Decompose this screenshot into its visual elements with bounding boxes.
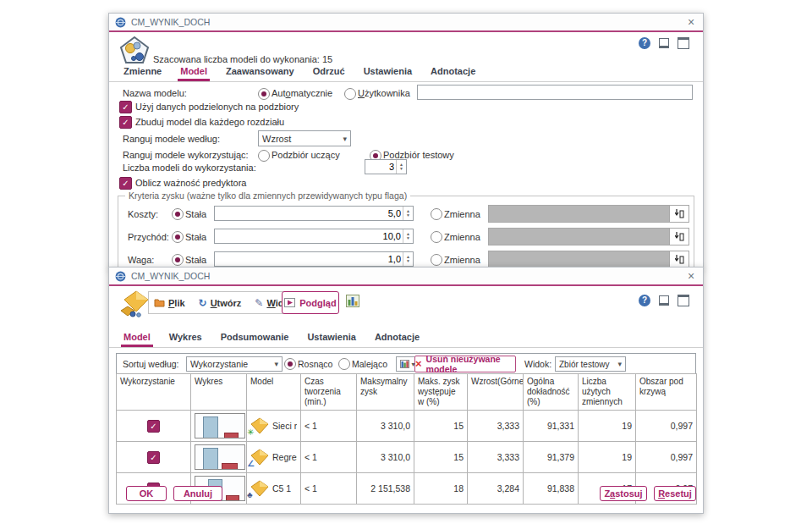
radio-revenue-variable[interactable]: [431, 231, 442, 243]
checkbox-build-per-split-label[interactable]: Zbuduj model dla każdego rozdziału: [135, 117, 284, 127]
radio-revenue-fixed-label[interactable]: Stała: [185, 232, 206, 242]
radio-automatic-label[interactable]: Automatycznie: [272, 88, 332, 98]
col-header-liczba-zmiennych[interactable]: Liczba użytych zmiennych: [579, 374, 636, 411]
tab-wykres[interactable]: Wykres: [168, 332, 203, 342]
tab-adnotacje[interactable]: Adnotacje: [374, 332, 420, 342]
apply-button[interactable]: Zastosuj: [600, 486, 647, 501]
checkbox-use-partitioned[interactable]: ✓: [119, 101, 132, 113]
gains-thumbnail-chart[interactable]: [195, 413, 245, 439]
minimize-icon[interactable]: [659, 295, 669, 306]
titlebar[interactable]: CM_WYNIK_DOCH ×: [109, 268, 703, 286]
field-picker-icon[interactable]: [669, 229, 689, 245]
use-model-checkbox[interactable]: ✓: [147, 420, 160, 433]
costs-field-select[interactable]: [488, 205, 689, 223]
cell-max-profit: 3 310,0: [357, 442, 414, 473]
close-icon[interactable]: ×: [683, 270, 700, 282]
cancel-button[interactable]: Anuluj: [173, 486, 222, 501]
maximize-icon[interactable]: [678, 37, 689, 49]
tab-odrzuc[interactable]: Odrzuć: [312, 66, 346, 76]
col-header-wykres[interactable]: Wykres: [191, 374, 247, 411]
spinner-arrows[interactable]: ▲▼: [403, 252, 413, 266]
use-model-checkbox[interactable]: ✓: [147, 451, 160, 464]
model-name[interactable]: C5 1: [272, 483, 291, 494]
weight-stepper[interactable]: ▲▼: [214, 251, 414, 267]
radio-weight-fixed-label[interactable]: Stała: [185, 255, 206, 265]
model-name[interactable]: Sieci ne...: [272, 421, 297, 431]
cell-max-profit: 2 151,538: [357, 473, 414, 505]
file-menu-button[interactable]: Plik: [154, 298, 185, 308]
rank-by-dropdown[interactable]: Wzrost ▾: [258, 130, 351, 146]
gains-thumbnail-chart[interactable]: [195, 444, 245, 470]
ok-button[interactable]: OK: [126, 486, 167, 501]
minimize-icon[interactable]: [659, 38, 669, 48]
radio-descending[interactable]: [338, 358, 350, 370]
col-header-model[interactable]: Model: [247, 374, 301, 411]
col-header-wykorzystanie[interactable]: Wykorzystanie: [117, 374, 191, 411]
radio-costs-fixed[interactable]: [172, 208, 184, 220]
delete-unused-models-button[interactable]: × Usuń nieużywane modele: [414, 356, 516, 372]
col-header-obszar-pod-krzywa[interactable]: Obszar pod krzywą: [636, 374, 697, 411]
radio-ascending[interactable]: [284, 358, 296, 370]
col-header-wzrost[interactable]: Wzrost(Górne 3...: [468, 374, 524, 411]
radio-ascending-label[interactable]: Rosnąco: [298, 359, 332, 369]
radio-weight-fixed[interactable]: [172, 254, 184, 266]
radio-weight-variable-label[interactable]: Zmienna: [444, 255, 480, 265]
tab-podsumowanie[interactable]: Podsumowanie: [220, 332, 290, 342]
radio-revenue-fixed[interactable]: [172, 231, 184, 243]
tab-model[interactable]: Model: [179, 66, 208, 76]
reset-button[interactable]: Resetuj: [654, 486, 696, 501]
titlebar[interactable]: CM_WYNIK_DOCH ×: [109, 14, 703, 32]
radio-costs-variable[interactable]: [431, 208, 442, 220]
radio-revenue-variable-label[interactable]: Zmienna: [444, 232, 480, 242]
help-icon[interactable]: ?: [639, 37, 650, 49]
tab-model[interactable]: Model: [123, 332, 151, 342]
view-mode-dropdown[interactable]: Zbiór testowy ▾: [555, 356, 626, 372]
num-models-input[interactable]: [365, 162, 396, 172]
maximize-icon[interactable]: [678, 295, 689, 306]
field-picker-icon[interactable]: [669, 206, 689, 222]
tab-ustawienia[interactable]: Ustawienia: [363, 66, 413, 76]
radio-costs-fixed-label[interactable]: Stała: [185, 209, 206, 219]
checkbox-use-partitioned-label[interactable]: Użyj danych podzielonych na podzbiory: [135, 102, 299, 112]
preview-button[interactable]: Podgląd: [282, 291, 339, 314]
radio-descending-label[interactable]: Malejąco: [352, 359, 387, 369]
custom-name-input[interactable]: [417, 85, 693, 100]
spinner-arrows[interactable]: ▲▼: [403, 229, 413, 243]
spinner-arrows[interactable]: ▲▼: [396, 160, 406, 174]
revenue-input[interactable]: [215, 231, 403, 241]
col-header-maksymalny-zysk[interactable]: Maksymalny zysk: [357, 374, 414, 411]
revenue-stepper[interactable]: ▲▼: [214, 229, 414, 244]
col-header-czas-tworzenia[interactable]: Czas tworzenia (min.): [301, 374, 357, 411]
tab-adnotacje[interactable]: Adnotacje: [430, 66, 476, 76]
generate-menu-button[interactable]: ↻ Utwórz: [199, 298, 242, 308]
col-header-ogolna-dokladnosc[interactable]: Ogólna dokładność (%): [524, 374, 579, 411]
radio-custom-name-label[interactable]: Użytkownika: [358, 88, 410, 98]
chart-thumbnail-icon[interactable]: [346, 295, 359, 307]
radio-custom-name[interactable]: [344, 88, 356, 100]
tab-zmienne[interactable]: Zmienne: [123, 66, 162, 76]
radio-automatic[interactable]: [258, 88, 270, 100]
radio-training-partition[interactable]: [258, 150, 270, 162]
sort-by-dropdown[interactable]: Wykorzystanie ▾: [186, 356, 283, 372]
revenue-field-select[interactable]: [488, 228, 689, 245]
num-models-stepper[interactable]: ▲▼: [365, 159, 407, 174]
tab-zaawansowany[interactable]: Zaawansowany: [225, 66, 295, 76]
app-icon: [115, 17, 126, 28]
close-icon[interactable]: ×: [683, 16, 700, 28]
radio-training-partition-label[interactable]: Podzbiór uczący: [272, 150, 340, 160]
costs-stepper[interactable]: ▲▼: [214, 206, 414, 221]
col-header-maks-zysk-pct[interactable]: Maks. zysk występuje w (%): [414, 374, 468, 411]
checkbox-build-per-split[interactable]: ✓: [119, 116, 132, 129]
radio-costs-variable-label[interactable]: Zmienna: [444, 209, 480, 219]
tab-ustawienia[interactable]: Ustawienia: [306, 332, 356, 342]
weight-input[interactable]: [215, 254, 403, 264]
checkbox-calc-importance[interactable]: ✓: [119, 177, 132, 190]
field-picker-icon[interactable]: [669, 251, 689, 268]
radio-weight-variable[interactable]: [431, 254, 442, 266]
spinner-arrows[interactable]: ▲▼: [403, 207, 413, 220]
costs-input[interactable]: [215, 208, 403, 218]
help-icon[interactable]: ?: [639, 295, 650, 306]
checkbox-calc-importance-label[interactable]: Oblicz ważność predyktora: [135, 178, 246, 188]
model-name[interactable]: Regresj...: [272, 452, 297, 462]
weight-field-select[interactable]: [488, 251, 689, 268]
